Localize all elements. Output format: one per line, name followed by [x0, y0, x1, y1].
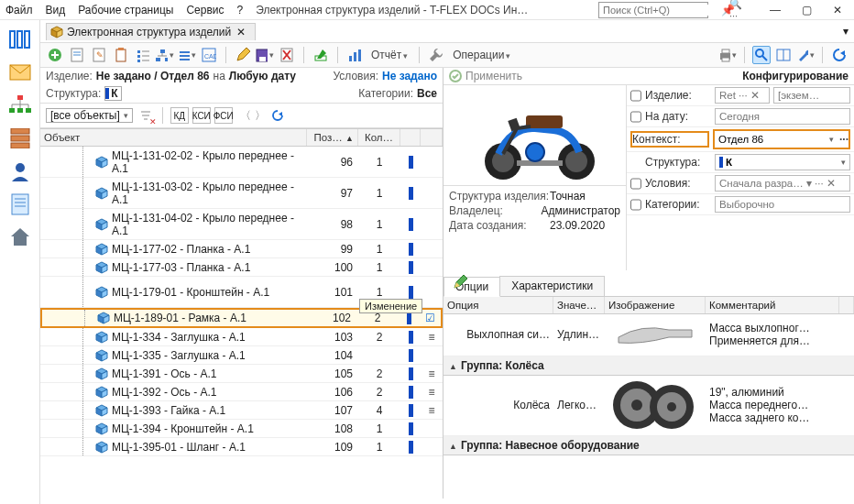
- menu-icon[interactable]: ≡: [428, 331, 434, 344]
- option-row-exhaust[interactable]: Выхлопная си… Удлин… Масса выхлопног…При…: [443, 314, 854, 356]
- toolbar-reorder-icon[interactable]: [178, 46, 196, 64]
- filter-kd-button[interactable]: КД: [170, 107, 189, 124]
- toolbar-clipboard-icon[interactable]: [112, 46, 130, 64]
- search-field[interactable]: [603, 5, 729, 16]
- toolbar-save-icon[interactable]: [256, 46, 274, 64]
- sidebar-mail-icon[interactable]: [7, 60, 33, 84]
- col-position[interactable]: Поз… ▲: [307, 129, 358, 146]
- toolbar-doc1-icon[interactable]: [68, 46, 86, 64]
- toolbar-report-dropdown[interactable]: Отчёт: [371, 49, 408, 61]
- form-product-value2[interactable]: [экзем…: [773, 87, 850, 104]
- options-body[interactable]: Выхлопная си… Удлин… Масса выхлопног…При…: [443, 314, 854, 499]
- sidebar-library-icon[interactable]: [7, 27, 33, 51]
- filter-all-objects-dropdown[interactable]: [все объекты]▾: [46, 108, 133, 123]
- table-row[interactable]: МЦ-1-334 - Заглушка - A.11032≡: [40, 328, 443, 346]
- toolbar-doc2-icon[interactable]: ✎: [90, 46, 108, 64]
- form-conditions-value[interactable]: Сначала разра… ▾ ··· ✕: [715, 175, 850, 192]
- toolbar-tree-icon[interactable]: [156, 46, 174, 64]
- table-row[interactable]: МЦ-1-177-02 - Планка - A.1991: [40, 240, 443, 258]
- toolbar-panel-icon[interactable]: [774, 46, 793, 64]
- form-categories-checkbox[interactable]: [630, 199, 641, 211]
- form-context-value[interactable]: Отдел 86▾: [715, 131, 838, 148]
- table-row[interactable]: МЦ-1-394 - Кронштейн - A.11081: [40, 420, 443, 438]
- menu-icon[interactable]: ≡: [428, 404, 434, 417]
- table-row[interactable]: МЦ-1-395-01 - Шланг - A.11091: [40, 438, 443, 456]
- toolbar-chart-icon[interactable]: [345, 46, 364, 64]
- toolbar-print-icon[interactable]: [718, 46, 737, 64]
- tab-characteristics[interactable]: Характеристики: [499, 276, 605, 296]
- table-row[interactable]: МЦ-1-391 - Ось - A.11052≡: [40, 365, 443, 383]
- opt-col-option[interactable]: Опция: [443, 297, 553, 313]
- filter-categories-value[interactable]: Все: [417, 87, 437, 100]
- window-maximize-button[interactable]: ▢: [795, 2, 817, 18]
- row-position: 107: [307, 404, 358, 417]
- table-row[interactable]: МЦ-1-131-02-02 - Крыло переднее - A.1961: [40, 147, 443, 178]
- menu-service[interactable]: Сервис: [186, 4, 224, 16]
- filter-product-value[interactable]: Не задано / Отдел 86: [96, 70, 210, 82]
- sidebar-user-icon[interactable]: [7, 159, 33, 183]
- filter-refresh-icon[interactable]: [269, 106, 288, 125]
- toolbar-delete-doc-icon[interactable]: [278, 46, 296, 64]
- filter-ksi-button[interactable]: КСИ: [192, 107, 211, 124]
- sidebar-home-icon[interactable]: [7, 225, 33, 249]
- pin-icon[interactable]: 📌: [721, 4, 735, 16]
- opt-col-image[interactable]: Изображение: [605, 297, 706, 313]
- toolbar-edit-icon[interactable]: [234, 46, 252, 64]
- form-conditions-checkbox[interactable]: [630, 178, 641, 190]
- table-row[interactable]: МЦ-1-335 - Заглушка - A.1104: [40, 346, 443, 365]
- col-object[interactable]: Объект: [40, 129, 307, 146]
- toolbar-wrench-icon[interactable]: [427, 46, 445, 64]
- menu-workpages[interactable]: Рабочие страницы: [78, 4, 173, 16]
- edit-pencil-icon[interactable]: [453, 273, 469, 290]
- toolbar-list-icon[interactable]: [134, 46, 152, 64]
- menu-icon[interactable]: ≡: [428, 367, 434, 380]
- option-group-wheels[interactable]: ▲Группа: Колёса: [443, 356, 854, 376]
- form-structure-value[interactable]: К▾: [715, 154, 850, 170]
- toolbar-settings-icon[interactable]: [796, 46, 815, 64]
- tab-close-button[interactable]: ✕: [235, 26, 247, 38]
- table-row[interactable]: МЦ-1-392 - Ось - A.11062≡: [40, 383, 443, 401]
- toolbar-cad-icon[interactable]: CAD: [200, 46, 218, 64]
- form-date-checkbox[interactable]: [630, 111, 641, 123]
- toolbar-greenedit-icon[interactable]: [312, 46, 330, 64]
- option-row-wheels[interactable]: Колёса Легко… 19", алюминийМасса передне…: [443, 376, 854, 436]
- filter-fsi-button[interactable]: ФСИ: [214, 107, 233, 124]
- menu-help[interactable]: ?: [237, 4, 244, 16]
- grid-body[interactable]: МЦ-1-131-02-02 - Крыло переднее - A.1961…: [40, 147, 443, 499]
- filter-clear-icon[interactable]: ✕: [137, 106, 155, 125]
- tab-product-structure[interactable]: Электронная структура изделий ✕: [46, 23, 256, 40]
- col-count[interactable]: Кол…: [358, 129, 400, 146]
- sidebar-archive-icon[interactable]: [7, 126, 33, 150]
- window-minimize-button[interactable]: —: [764, 2, 786, 18]
- expand-caret-icon[interactable]: ▾: [843, 25, 849, 38]
- form-categories-value[interactable]: Выборочно: [715, 196, 850, 213]
- apply-button[interactable]: Применить: [449, 70, 522, 82]
- table-row[interactable]: МЦ-1-393 - Гайка - A.11074≡: [40, 401, 443, 420]
- filter-date-value[interactable]: Любую дату: [229, 70, 296, 82]
- opt-col-value[interactable]: Значе…: [553, 297, 605, 313]
- toolbar-search-button[interactable]: [752, 46, 771, 64]
- filter-next-icon[interactable]: 〉: [255, 108, 266, 124]
- filter-prev-icon[interactable]: 〈: [240, 108, 251, 124]
- filter-conditions-value[interactable]: Не задано: [382, 70, 437, 82]
- menu-icon[interactable]: ≡: [428, 386, 434, 399]
- toolbar-refresh-icon[interactable]: [830, 46, 849, 64]
- toolbar-operations-dropdown[interactable]: Операции: [453, 49, 510, 61]
- option-group-equipment[interactable]: ▲Группа: Навесное оборудование: [443, 436, 854, 455]
- menu-view[interactable]: Вид: [46, 4, 66, 16]
- table-row[interactable]: МЦ-1-131-03-02 - Крыло переднее - A.1971: [40, 178, 443, 209]
- sidebar-document-icon[interactable]: [7, 192, 33, 216]
- global-search-input[interactable]: 🔍 ···: [598, 2, 708, 18]
- form-product-checkbox[interactable]: [630, 90, 641, 102]
- filter-structure-value[interactable]: К: [104, 86, 121, 101]
- table-row[interactable]: МЦ-1-177-03 - Планка - A.11001: [40, 258, 443, 277]
- menu-file[interactable]: Файл: [5, 4, 33, 16]
- opt-col-comment[interactable]: Комментарий: [706, 297, 839, 313]
- form-product-value1[interactable]: Ret ··· ✕: [715, 87, 770, 104]
- form-context-more-button[interactable]: ···: [839, 133, 849, 146]
- sidebar-structure-icon[interactable]: [7, 93, 33, 117]
- form-date-value[interactable]: Сегодня: [715, 108, 850, 125]
- table-row[interactable]: МЦ-1-131-04-02 - Крыло переднее - A.1981: [40, 209, 443, 240]
- window-close-button[interactable]: ✕: [827, 2, 849, 18]
- toolbar-add-button[interactable]: [46, 46, 64, 64]
